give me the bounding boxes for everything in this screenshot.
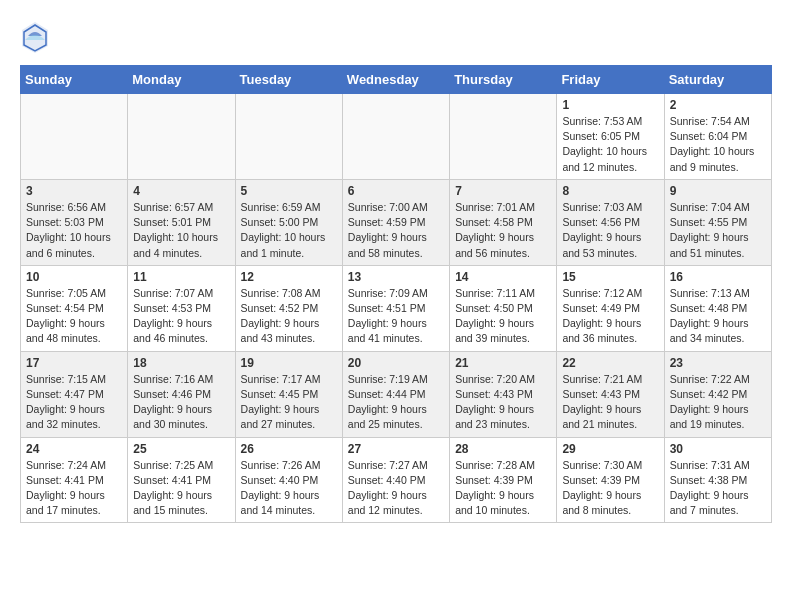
day-info: Sunrise: 7:12 AM Sunset: 4:49 PM Dayligh…	[562, 286, 658, 347]
day-number: 27	[348, 442, 444, 456]
calendar-week-row: 3Sunrise: 6:56 AM Sunset: 5:03 PM Daylig…	[21, 179, 772, 265]
calendar-week-row: 24Sunrise: 7:24 AM Sunset: 4:41 PM Dayli…	[21, 437, 772, 523]
day-info: Sunrise: 6:59 AM Sunset: 5:00 PM Dayligh…	[241, 200, 337, 261]
calendar-cell: 21Sunrise: 7:20 AM Sunset: 4:43 PM Dayli…	[450, 351, 557, 437]
day-number: 6	[348, 184, 444, 198]
day-number: 19	[241, 356, 337, 370]
day-of-week-header: Thursday	[450, 66, 557, 94]
day-number: 4	[133, 184, 229, 198]
calendar-cell: 4Sunrise: 6:57 AM Sunset: 5:01 PM Daylig…	[128, 179, 235, 265]
day-info: Sunrise: 7:26 AM Sunset: 4:40 PM Dayligh…	[241, 458, 337, 519]
day-info: Sunrise: 7:27 AM Sunset: 4:40 PM Dayligh…	[348, 458, 444, 519]
day-info: Sunrise: 7:03 AM Sunset: 4:56 PM Dayligh…	[562, 200, 658, 261]
day-info: Sunrise: 7:07 AM Sunset: 4:53 PM Dayligh…	[133, 286, 229, 347]
day-number: 3	[26, 184, 122, 198]
day-info: Sunrise: 7:00 AM Sunset: 4:59 PM Dayligh…	[348, 200, 444, 261]
calendar-cell: 1Sunrise: 7:53 AM Sunset: 6:05 PM Daylig…	[557, 94, 664, 180]
calendar-cell: 18Sunrise: 7:16 AM Sunset: 4:46 PM Dayli…	[128, 351, 235, 437]
day-info: Sunrise: 7:21 AM Sunset: 4:43 PM Dayligh…	[562, 372, 658, 433]
day-number: 16	[670, 270, 766, 284]
day-info: Sunrise: 7:15 AM Sunset: 4:47 PM Dayligh…	[26, 372, 122, 433]
calendar-cell: 9Sunrise: 7:04 AM Sunset: 4:55 PM Daylig…	[664, 179, 771, 265]
day-info: Sunrise: 7:09 AM Sunset: 4:51 PM Dayligh…	[348, 286, 444, 347]
calendar-cell: 3Sunrise: 6:56 AM Sunset: 5:03 PM Daylig…	[21, 179, 128, 265]
day-number: 10	[26, 270, 122, 284]
day-number: 17	[26, 356, 122, 370]
day-info: Sunrise: 7:04 AM Sunset: 4:55 PM Dayligh…	[670, 200, 766, 261]
day-info: Sunrise: 7:20 AM Sunset: 4:43 PM Dayligh…	[455, 372, 551, 433]
day-info: Sunrise: 7:13 AM Sunset: 4:48 PM Dayligh…	[670, 286, 766, 347]
day-info: Sunrise: 7:17 AM Sunset: 4:45 PM Dayligh…	[241, 372, 337, 433]
day-number: 23	[670, 356, 766, 370]
day-number: 18	[133, 356, 229, 370]
day-info: Sunrise: 6:56 AM Sunset: 5:03 PM Dayligh…	[26, 200, 122, 261]
day-number: 28	[455, 442, 551, 456]
day-number: 13	[348, 270, 444, 284]
calendar-week-row: 10Sunrise: 7:05 AM Sunset: 4:54 PM Dayli…	[21, 265, 772, 351]
day-number: 9	[670, 184, 766, 198]
calendar-cell: 30Sunrise: 7:31 AM Sunset: 4:38 PM Dayli…	[664, 437, 771, 523]
day-info: Sunrise: 7:16 AM Sunset: 4:46 PM Dayligh…	[133, 372, 229, 433]
day-info: Sunrise: 7:08 AM Sunset: 4:52 PM Dayligh…	[241, 286, 337, 347]
calendar-week-row: 1Sunrise: 7:53 AM Sunset: 6:05 PM Daylig…	[21, 94, 772, 180]
day-number: 12	[241, 270, 337, 284]
calendar-cell: 28Sunrise: 7:28 AM Sunset: 4:39 PM Dayli…	[450, 437, 557, 523]
day-number: 8	[562, 184, 658, 198]
day-number: 2	[670, 98, 766, 112]
day-number: 11	[133, 270, 229, 284]
calendar-cell: 26Sunrise: 7:26 AM Sunset: 4:40 PM Dayli…	[235, 437, 342, 523]
calendar-cell: 19Sunrise: 7:17 AM Sunset: 4:45 PM Dayli…	[235, 351, 342, 437]
day-number: 5	[241, 184, 337, 198]
logo	[20, 20, 54, 55]
day-number: 7	[455, 184, 551, 198]
day-info: Sunrise: 7:24 AM Sunset: 4:41 PM Dayligh…	[26, 458, 122, 519]
calendar-cell: 8Sunrise: 7:03 AM Sunset: 4:56 PM Daylig…	[557, 179, 664, 265]
day-info: Sunrise: 6:57 AM Sunset: 5:01 PM Dayligh…	[133, 200, 229, 261]
day-number: 14	[455, 270, 551, 284]
calendar-header-row: SundayMondayTuesdayWednesdayThursdayFrid…	[21, 66, 772, 94]
logo-icon	[20, 20, 50, 55]
calendar-cell: 5Sunrise: 6:59 AM Sunset: 5:00 PM Daylig…	[235, 179, 342, 265]
calendar-cell	[450, 94, 557, 180]
day-of-week-header: Tuesday	[235, 66, 342, 94]
day-of-week-header: Wednesday	[342, 66, 449, 94]
calendar: SundayMondayTuesdayWednesdayThursdayFrid…	[20, 65, 772, 523]
calendar-cell: 7Sunrise: 7:01 AM Sunset: 4:58 PM Daylig…	[450, 179, 557, 265]
day-of-week-header: Sunday	[21, 66, 128, 94]
day-info: Sunrise: 7:54 AM Sunset: 6:04 PM Dayligh…	[670, 114, 766, 175]
day-number: 29	[562, 442, 658, 456]
calendar-cell: 29Sunrise: 7:30 AM Sunset: 4:39 PM Dayli…	[557, 437, 664, 523]
page-header	[20, 20, 772, 55]
calendar-cell: 23Sunrise: 7:22 AM Sunset: 4:42 PM Dayli…	[664, 351, 771, 437]
calendar-cell: 13Sunrise: 7:09 AM Sunset: 4:51 PM Dayli…	[342, 265, 449, 351]
calendar-cell: 17Sunrise: 7:15 AM Sunset: 4:47 PM Dayli…	[21, 351, 128, 437]
calendar-week-row: 17Sunrise: 7:15 AM Sunset: 4:47 PM Dayli…	[21, 351, 772, 437]
calendar-cell: 22Sunrise: 7:21 AM Sunset: 4:43 PM Dayli…	[557, 351, 664, 437]
day-number: 21	[455, 356, 551, 370]
calendar-cell: 15Sunrise: 7:12 AM Sunset: 4:49 PM Dayli…	[557, 265, 664, 351]
day-info: Sunrise: 7:25 AM Sunset: 4:41 PM Dayligh…	[133, 458, 229, 519]
calendar-cell: 10Sunrise: 7:05 AM Sunset: 4:54 PM Dayli…	[21, 265, 128, 351]
day-number: 26	[241, 442, 337, 456]
day-info: Sunrise: 7:30 AM Sunset: 4:39 PM Dayligh…	[562, 458, 658, 519]
day-info: Sunrise: 7:19 AM Sunset: 4:44 PM Dayligh…	[348, 372, 444, 433]
day-of-week-header: Monday	[128, 66, 235, 94]
calendar-cell: 25Sunrise: 7:25 AM Sunset: 4:41 PM Dayli…	[128, 437, 235, 523]
day-number: 25	[133, 442, 229, 456]
day-number: 20	[348, 356, 444, 370]
calendar-cell: 24Sunrise: 7:24 AM Sunset: 4:41 PM Dayli…	[21, 437, 128, 523]
day-number: 1	[562, 98, 658, 112]
day-info: Sunrise: 7:01 AM Sunset: 4:58 PM Dayligh…	[455, 200, 551, 261]
calendar-cell: 14Sunrise: 7:11 AM Sunset: 4:50 PM Dayli…	[450, 265, 557, 351]
day-info: Sunrise: 7:31 AM Sunset: 4:38 PM Dayligh…	[670, 458, 766, 519]
day-info: Sunrise: 7:05 AM Sunset: 4:54 PM Dayligh…	[26, 286, 122, 347]
day-of-week-header: Saturday	[664, 66, 771, 94]
calendar-cell	[342, 94, 449, 180]
calendar-cell: 16Sunrise: 7:13 AM Sunset: 4:48 PM Dayli…	[664, 265, 771, 351]
calendar-cell: 20Sunrise: 7:19 AM Sunset: 4:44 PM Dayli…	[342, 351, 449, 437]
calendar-cell: 2Sunrise: 7:54 AM Sunset: 6:04 PM Daylig…	[664, 94, 771, 180]
day-info: Sunrise: 7:11 AM Sunset: 4:50 PM Dayligh…	[455, 286, 551, 347]
calendar-cell: 12Sunrise: 7:08 AM Sunset: 4:52 PM Dayli…	[235, 265, 342, 351]
day-info: Sunrise: 7:28 AM Sunset: 4:39 PM Dayligh…	[455, 458, 551, 519]
day-info: Sunrise: 7:53 AM Sunset: 6:05 PM Dayligh…	[562, 114, 658, 175]
